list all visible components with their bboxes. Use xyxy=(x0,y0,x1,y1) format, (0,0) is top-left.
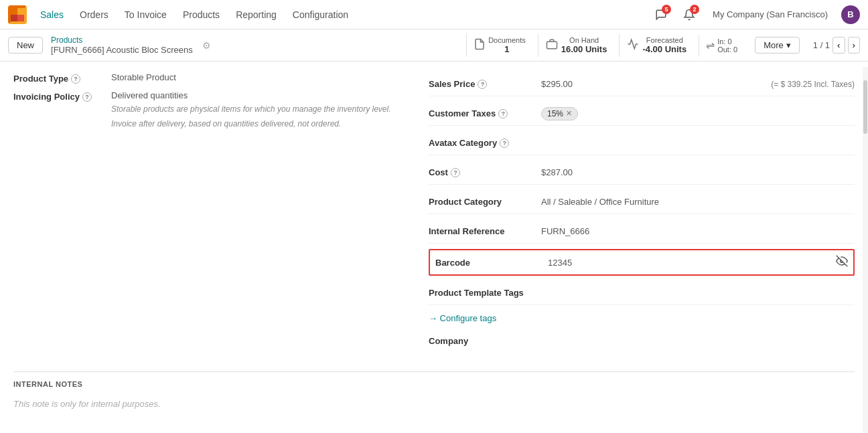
product-type-value[interactable]: Storable Product xyxy=(111,72,402,82)
nav-sales[interactable]: Sales xyxy=(33,7,70,23)
forecasted-label: Forecasted xyxy=(646,36,683,44)
sales-price-row: Sales Price ? $295.00 (= $ 339.25 Incl. … xyxy=(429,72,855,96)
pagination: 1 / 1 ‹ › xyxy=(813,37,860,54)
breadcrumb-current: [FURN_6666] Acoustic Bloc Screens xyxy=(51,45,193,55)
left-form: Product Type ? Storable Product Invoicin… xyxy=(13,72,402,358)
svg-rect-3 xyxy=(17,15,24,21)
warehouse-icon xyxy=(545,38,559,53)
product-type-help[interactable]: ? xyxy=(71,74,80,84)
toolbar: New Products [FURN_6666] Acoustic Bloc S… xyxy=(0,29,868,62)
nav-icons: 5 2 My Company (San Francisco) B xyxy=(651,5,860,25)
invoicing-policy-label: Invoicing Policy ? xyxy=(13,90,100,102)
scrollbar-thumb xyxy=(863,80,867,134)
internal-ref-value[interactable]: FURN_6666 xyxy=(541,226,855,236)
company-label: Company xyxy=(429,336,536,346)
nav-to-invoice[interactable]: To Invoice xyxy=(118,7,173,23)
page-info: 1 / 1 xyxy=(813,40,830,50)
customer-taxes-row: Customer Taxes ? 15% ✕ xyxy=(429,102,855,126)
nav-reporting[interactable]: Reporting xyxy=(229,7,283,23)
product-category-label: Product Category xyxy=(429,197,536,207)
invoicing-policy-row: Invoicing Policy ? Delivered quantities … xyxy=(13,90,402,130)
more-button[interactable]: More ▾ xyxy=(755,37,800,54)
nav-configuration[interactable]: Configuration xyxy=(286,7,355,23)
messages-button[interactable]: 5 xyxy=(651,5,671,25)
next-page-button[interactable]: › xyxy=(848,37,860,54)
forecast-icon xyxy=(626,38,640,53)
sales-price-label: Sales Price ? xyxy=(429,79,536,89)
configure-tags-row: → Configure tags xyxy=(429,311,855,329)
template-tags-row: Product Template Tags xyxy=(429,281,855,305)
new-button[interactable]: New xyxy=(8,37,43,54)
sales-price-incl: (= $ 339.25 Incl. Taxes) xyxy=(771,80,855,89)
avatax-row: Avatax Category ? xyxy=(429,131,855,155)
sales-price-help[interactable]: ? xyxy=(478,80,487,89)
on-hand-button[interactable]: On Hand 16.00 Units xyxy=(538,33,614,57)
barcode-value[interactable]: 12345 xyxy=(548,258,830,268)
internal-ref-row: Internal Reference FURN_6666 xyxy=(429,220,855,244)
breadcrumb: Products [FURN_6666] Acoustic Bloc Scree… xyxy=(51,35,193,55)
svg-rect-1 xyxy=(17,8,24,15)
invoicing-policy-help[interactable]: ? xyxy=(82,92,92,102)
product-type-label: Product Type ? xyxy=(13,72,100,84)
out-label: Out: 0 xyxy=(717,46,737,54)
right-form: Sales Price ? $295.00 (= $ 339.25 Incl. … xyxy=(429,72,855,358)
breadcrumb-parent[interactable]: Products xyxy=(51,35,193,45)
settings-icon[interactable]: ⚙ xyxy=(202,40,211,51)
scrollbar[interactable] xyxy=(863,67,868,433)
customer-taxes-help[interactable]: ? xyxy=(498,109,508,118)
barcode-toggle-icon[interactable] xyxy=(836,255,848,270)
transfer-icon: ⇌ xyxy=(706,39,715,52)
documents-button[interactable]: Documents 1 xyxy=(466,33,532,57)
main-content: Product Type ? Storable Product Invoicin… xyxy=(0,62,868,433)
avatax-help[interactable]: ? xyxy=(500,139,509,148)
cost-label: Cost ? xyxy=(429,167,536,177)
customer-taxes-label: Customer Taxes ? xyxy=(429,108,536,118)
forecasted-button[interactable]: Forecasted -4.00 Units xyxy=(619,33,693,57)
in-label: In: 0 xyxy=(717,37,731,46)
cost-row: Cost ? $287.00 xyxy=(429,161,855,185)
messages-badge: 5 xyxy=(662,5,671,14)
svg-rect-4 xyxy=(547,41,557,49)
company-row: Company xyxy=(429,329,855,353)
cost-help[interactable]: ? xyxy=(451,168,460,177)
barcode-label: Barcode xyxy=(435,258,542,268)
product-category-value[interactable]: All / Saleable / Office Furniture xyxy=(541,197,855,207)
template-tags-label: Product Template Tags xyxy=(429,288,536,298)
notifications-button[interactable]: 2 xyxy=(679,5,699,25)
configure-tags-link[interactable]: → Configure tags xyxy=(429,313,496,323)
more-label: More xyxy=(764,40,784,50)
in-out-button[interactable]: ⇌ In: 0 Out: 0 xyxy=(699,35,744,56)
internal-notes-header: INTERNAL NOTES xyxy=(13,371,855,394)
user-avatar[interactable]: B xyxy=(841,5,860,24)
svg-rect-2 xyxy=(11,15,17,21)
invoicing-desc1: Storable products are physical items for… xyxy=(111,103,402,115)
notifications-badge: 2 xyxy=(690,5,699,14)
internal-notes-area[interactable]: This note is only for internal purposes. xyxy=(13,394,855,433)
company-name: My Company (San Francisco) xyxy=(713,9,828,19)
svg-rect-0 xyxy=(11,8,17,15)
documents-label: Documents xyxy=(488,36,526,44)
invoicing-policy-value[interactable]: Delivered quantities xyxy=(111,90,402,100)
top-nav: Sales Orders To Invoice Products Reporti… xyxy=(0,0,868,29)
on-hand-label: On Hand xyxy=(569,36,599,44)
invoicing-desc2: Invoice after delivery, based on quantit… xyxy=(111,118,402,130)
product-category-row: Product Category All / Saleable / Office… xyxy=(429,190,855,214)
sales-price-value[interactable]: $295.00 xyxy=(541,79,766,89)
tax-remove-button[interactable]: ✕ xyxy=(566,109,572,118)
barcode-row: Barcode 12345 xyxy=(429,249,855,276)
product-type-row: Product Type ? Storable Product xyxy=(13,72,402,84)
avatax-label: Avatax Category ? xyxy=(429,138,536,148)
customer-taxes-value: 15% ✕ xyxy=(541,107,855,120)
forecasted-value: -4.00 Units xyxy=(642,44,686,54)
prev-page-button[interactable]: ‹ xyxy=(833,37,845,54)
app-logo xyxy=(8,5,27,24)
nav-links: Sales Orders To Invoice Products Reporti… xyxy=(33,7,355,23)
nav-orders[interactable]: Orders xyxy=(73,7,115,23)
form-section: Product Type ? Storable Product Invoicin… xyxy=(13,72,855,358)
on-hand-value: 16.00 Units xyxy=(561,44,607,54)
more-chevron-icon: ▾ xyxy=(786,40,791,50)
tax-badge: 15% ✕ xyxy=(541,107,578,120)
internal-ref-label: Internal Reference xyxy=(429,226,536,236)
cost-value[interactable]: $287.00 xyxy=(541,167,855,177)
nav-products[interactable]: Products xyxy=(176,7,226,23)
